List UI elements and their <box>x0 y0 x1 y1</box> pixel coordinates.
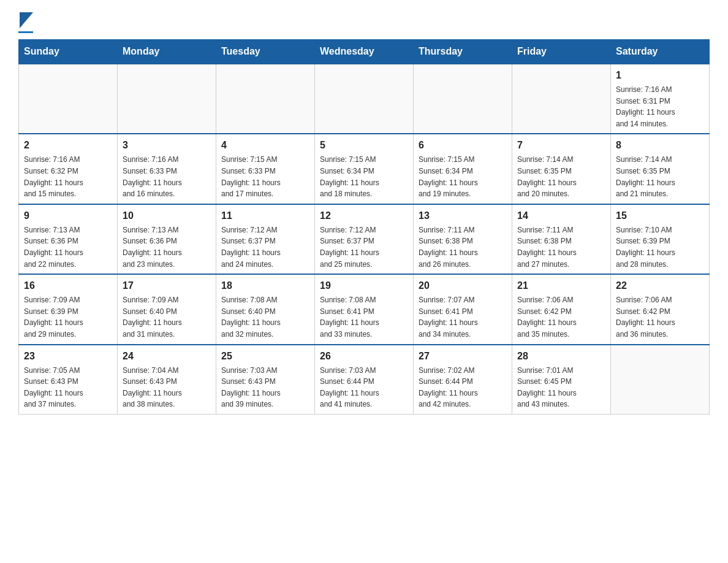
day-number: 6 <box>419 138 507 153</box>
day-info: Sunrise: 7:12 AM Sunset: 6:37 PM Dayligh… <box>320 224 408 270</box>
day-number: 2 <box>24 138 112 153</box>
day-info: Sunrise: 7:03 AM Sunset: 6:44 PM Dayligh… <box>320 365 408 410</box>
day-info: Sunrise: 7:13 AM Sunset: 6:36 PM Dayligh… <box>123 224 211 270</box>
day-info: Sunrise: 7:11 AM Sunset: 6:38 PM Dayligh… <box>419 224 507 270</box>
day-number: 16 <box>24 278 112 293</box>
day-info: Sunrise: 7:12 AM Sunset: 6:37 PM Dayligh… <box>221 224 309 270</box>
calendar-body: 1Sunrise: 7:16 AM Sunset: 6:31 PM Daylig… <box>19 64 710 414</box>
day-info: Sunrise: 7:08 AM Sunset: 6:40 PM Dayligh… <box>221 294 309 340</box>
calendar-cell: 6Sunrise: 7:15 AM Sunset: 6:34 PM Daylig… <box>414 134 512 204</box>
calendar-cell: 20Sunrise: 7:07 AM Sunset: 6:41 PM Dayli… <box>414 274 512 344</box>
day-number: 3 <box>123 138 211 153</box>
calendar-cell: 17Sunrise: 7:09 AM Sunset: 6:40 PM Dayli… <box>118 274 216 344</box>
calendar-cell <box>19 64 118 134</box>
calendar-header: SundayMondayTuesdayWednesdayThursdayFrid… <box>19 40 710 64</box>
calendar-cell: 22Sunrise: 7:06 AM Sunset: 6:42 PM Dayli… <box>611 274 710 344</box>
calendar-week-row: 16Sunrise: 7:09 AM Sunset: 6:39 PM Dayli… <box>19 274 710 344</box>
calendar-cell: 25Sunrise: 7:03 AM Sunset: 6:43 PM Dayli… <box>216 345 315 415</box>
weekday-header-sunday: Sunday <box>19 40 118 64</box>
day-number: 18 <box>221 278 309 293</box>
day-number: 5 <box>320 138 408 153</box>
day-number: 24 <box>123 349 211 364</box>
calendar-cell: 19Sunrise: 7:08 AM Sunset: 6:41 PM Dayli… <box>315 274 414 344</box>
day-number: 17 <box>123 278 211 293</box>
calendar-week-row: 1Sunrise: 7:16 AM Sunset: 6:31 PM Daylig… <box>19 64 710 134</box>
calendar-cell: 1Sunrise: 7:16 AM Sunset: 6:31 PM Daylig… <box>611 64 710 134</box>
svg-marker-0 <box>20 12 33 28</box>
day-number: 10 <box>123 209 211 223</box>
day-info: Sunrise: 7:05 AM Sunset: 6:43 PM Dayligh… <box>24 365 112 410</box>
day-number: 25 <box>221 349 309 364</box>
calendar-cell: 14Sunrise: 7:11 AM Sunset: 6:38 PM Dayli… <box>512 204 611 274</box>
calendar-cell <box>414 64 512 134</box>
calendar-cell: 26Sunrise: 7:03 AM Sunset: 6:44 PM Dayli… <box>315 345 414 415</box>
day-info: Sunrise: 7:09 AM Sunset: 6:40 PM Dayligh… <box>123 294 211 340</box>
day-info: Sunrise: 7:09 AM Sunset: 6:39 PM Dayligh… <box>24 294 112 340</box>
logo-arrow-icon <box>20 12 33 28</box>
day-info: Sunrise: 7:16 AM Sunset: 6:33 PM Dayligh… <box>123 154 211 199</box>
day-info: Sunrise: 7:06 AM Sunset: 6:42 PM Dayligh… <box>616 294 704 340</box>
day-info: Sunrise: 7:16 AM Sunset: 6:31 PM Dayligh… <box>616 84 704 129</box>
calendar-cell: 28Sunrise: 7:01 AM Sunset: 6:45 PM Dayli… <box>512 345 611 415</box>
day-info: Sunrise: 7:11 AM Sunset: 6:38 PM Dayligh… <box>517 224 605 270</box>
day-info: Sunrise: 7:06 AM Sunset: 6:42 PM Dayligh… <box>517 294 605 340</box>
day-info: Sunrise: 7:14 AM Sunset: 6:35 PM Dayligh… <box>616 154 704 199</box>
calendar-cell: 2Sunrise: 7:16 AM Sunset: 6:32 PM Daylig… <box>19 134 118 204</box>
calendar-cell <box>512 64 611 134</box>
day-number: 23 <box>24 349 112 364</box>
day-number: 21 <box>517 278 605 293</box>
weekday-header-saturday: Saturday <box>611 40 710 64</box>
logo <box>18 12 33 33</box>
calendar-cell: 8Sunrise: 7:14 AM Sunset: 6:35 PM Daylig… <box>611 134 710 204</box>
calendar-cell: 7Sunrise: 7:14 AM Sunset: 6:35 PM Daylig… <box>512 134 611 204</box>
calendar-cell: 3Sunrise: 7:16 AM Sunset: 6:33 PM Daylig… <box>118 134 216 204</box>
calendar-cell: 27Sunrise: 7:02 AM Sunset: 6:44 PM Dayli… <box>414 345 512 415</box>
calendar-cell: 5Sunrise: 7:15 AM Sunset: 6:34 PM Daylig… <box>315 134 414 204</box>
day-number: 28 <box>517 349 605 364</box>
day-number: 9 <box>24 209 112 223</box>
weekday-header-monday: Monday <box>118 40 216 64</box>
day-number: 8 <box>616 138 704 153</box>
day-info: Sunrise: 7:10 AM Sunset: 6:39 PM Dayligh… <box>616 224 704 270</box>
calendar-cell: 11Sunrise: 7:12 AM Sunset: 6:37 PM Dayli… <box>216 204 315 274</box>
day-info: Sunrise: 7:16 AM Sunset: 6:32 PM Dayligh… <box>24 154 112 199</box>
day-number: 22 <box>616 278 704 293</box>
day-info: Sunrise: 7:14 AM Sunset: 6:35 PM Dayligh… <box>517 154 605 199</box>
day-info: Sunrise: 7:03 AM Sunset: 6:43 PM Dayligh… <box>221 365 309 410</box>
day-number: 1 <box>616 68 704 83</box>
calendar-cell <box>118 64 216 134</box>
calendar-cell <box>216 64 315 134</box>
calendar-cell: 18Sunrise: 7:08 AM Sunset: 6:40 PM Dayli… <box>216 274 315 344</box>
calendar-cell: 10Sunrise: 7:13 AM Sunset: 6:36 PM Dayli… <box>118 204 216 274</box>
weekday-header-wednesday: Wednesday <box>315 40 414 64</box>
day-info: Sunrise: 7:08 AM Sunset: 6:41 PM Dayligh… <box>320 294 408 340</box>
day-info: Sunrise: 7:01 AM Sunset: 6:45 PM Dayligh… <box>517 365 605 410</box>
day-number: 13 <box>419 209 507 223</box>
calendar-cell: 12Sunrise: 7:12 AM Sunset: 6:37 PM Dayli… <box>315 204 414 274</box>
calendar-cell: 24Sunrise: 7:04 AM Sunset: 6:43 PM Dayli… <box>118 345 216 415</box>
day-info: Sunrise: 7:13 AM Sunset: 6:36 PM Dayligh… <box>24 224 112 270</box>
calendar-cell: 16Sunrise: 7:09 AM Sunset: 6:39 PM Dayli… <box>19 274 118 344</box>
calendar-cell: 4Sunrise: 7:15 AM Sunset: 6:33 PM Daylig… <box>216 134 315 204</box>
calendar-table: SundayMondayTuesdayWednesdayThursdayFrid… <box>18 39 710 415</box>
calendar-cell <box>611 345 710 415</box>
calendar-cell: 9Sunrise: 7:13 AM Sunset: 6:36 PM Daylig… <box>19 204 118 274</box>
calendar-week-row: 9Sunrise: 7:13 AM Sunset: 6:36 PM Daylig… <box>19 204 710 274</box>
day-info: Sunrise: 7:15 AM Sunset: 6:34 PM Dayligh… <box>320 154 408 199</box>
day-info: Sunrise: 7:07 AM Sunset: 6:41 PM Dayligh… <box>419 294 507 340</box>
day-number: 12 <box>320 209 408 223</box>
page-header <box>18 12 710 33</box>
weekday-header-thursday: Thursday <box>414 40 512 64</box>
calendar-cell: 21Sunrise: 7:06 AM Sunset: 6:42 PM Dayli… <box>512 274 611 344</box>
day-number: 19 <box>320 278 408 293</box>
day-info: Sunrise: 7:15 AM Sunset: 6:34 PM Dayligh… <box>419 154 507 199</box>
calendar-week-row: 23Sunrise: 7:05 AM Sunset: 6:43 PM Dayli… <box>19 345 710 415</box>
day-number: 20 <box>419 278 507 293</box>
day-number: 26 <box>320 349 408 364</box>
day-info: Sunrise: 7:15 AM Sunset: 6:33 PM Dayligh… <box>221 154 309 199</box>
day-number: 14 <box>517 209 605 223</box>
calendar-week-row: 2Sunrise: 7:16 AM Sunset: 6:32 PM Daylig… <box>19 134 710 204</box>
calendar-cell: 13Sunrise: 7:11 AM Sunset: 6:38 PM Dayli… <box>414 204 512 274</box>
logo-underline <box>18 31 33 33</box>
weekday-header-row: SundayMondayTuesdayWednesdayThursdayFrid… <box>19 40 710 64</box>
